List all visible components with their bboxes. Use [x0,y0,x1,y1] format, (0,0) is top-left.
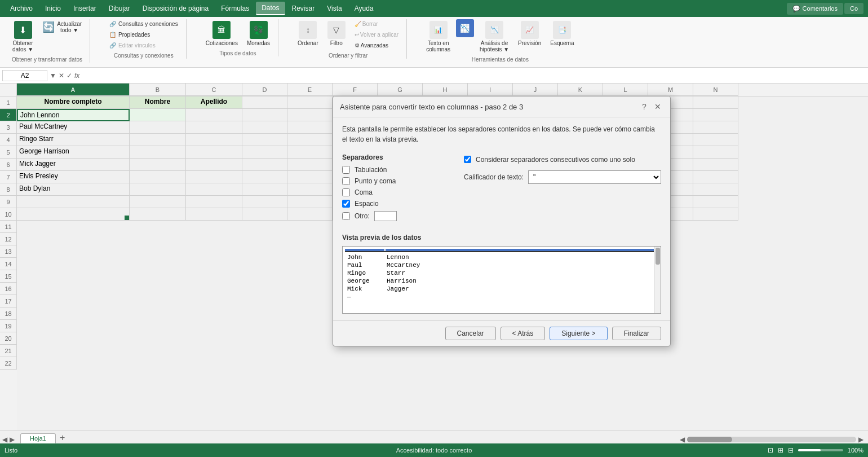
cell-n4[interactable] [693,134,738,146]
ribbon-btn-avanzadas[interactable]: ⚙Avanzadas [351,41,402,50]
row-header-20[interactable]: 20 [0,332,17,345]
menu-revisar[interactable]: Revisar [286,2,321,15]
view-layout-btn[interactable]: ⊞ [778,446,783,454]
row-header-17[interactable]: 17 [0,295,17,307]
checkbox-tabulacion[interactable] [342,166,350,174]
cell-d1[interactable] [242,96,287,109]
cell-n1[interactable] [693,96,738,109]
row-header-18[interactable]: 18 [0,307,17,320]
comments-btn[interactable]: 💬Comentarios [787,3,843,15]
checkbox-coma[interactable] [342,188,350,196]
cell-b6[interactable] [130,159,186,171]
ribbon-btn-monedas[interactable]: 💱 Monedas [243,19,273,48]
row-header-13[interactable]: 13 [0,245,17,258]
col-header-h[interactable]: H [423,84,468,96]
cell-a10[interactable] [17,208,130,221]
col-header-c[interactable]: C [186,84,242,96]
cell-n9[interactable] [693,196,738,208]
col-header-l[interactable]: L [603,84,648,96]
col-header-f[interactable]: F [333,84,378,96]
cell-b3[interactable] [130,121,186,134]
checkbox-espacio[interactable] [342,200,350,208]
scroll-right-btn[interactable]: ▶ [10,436,15,443]
scroll-right-horizontal[interactable]: ▶ [858,436,863,443]
checkbox-consecutive[interactable] [464,156,471,163]
menu-ayuda[interactable]: Ayuda [349,2,379,15]
finish-button[interactable]: Finalizar [612,327,661,340]
back-button[interactable]: < Atrás [501,327,546,340]
cell-d2[interactable] [242,109,287,121]
cell-b5[interactable] [130,146,186,159]
cell-n5[interactable] [693,146,738,159]
row-header-22[interactable]: 22 [0,357,17,370]
co-btn[interactable]: Co [844,3,863,14]
cell-c9[interactable] [186,196,242,208]
ribbon-btn-filtro[interactable]: ▽ Filtro [324,19,349,48]
zoom-slider[interactable] [798,449,843,451]
next-button[interactable]: Siguiente > [550,327,607,340]
cell-n6[interactable] [693,159,738,171]
cell-ref-input[interactable]: A2 [2,70,47,81]
col-header-a[interactable]: A [17,84,130,96]
cell-d10[interactable] [242,208,287,221]
menu-datos[interactable]: Datos [256,2,285,15]
cell-e6[interactable] [287,159,333,171]
row-header-9[interactable]: 9 [0,196,17,208]
cell-n3[interactable] [693,121,738,134]
cell-c7[interactable] [186,171,242,183]
cell-a3[interactable]: Paul McCartney [17,121,130,134]
col-header-d[interactable]: D [242,84,287,96]
row-header-5[interactable]: 5 [0,146,17,159]
ribbon-btn-esquema[interactable]: 📑 Esquema [547,19,577,48]
row-header-6[interactable]: 6 [0,159,17,171]
cell-e5[interactable] [287,146,333,159]
cell-n8[interactable] [693,183,738,196]
col-header-m[interactable]: M [648,84,693,96]
ribbon-btn-propiedades[interactable]: 📋Propiedades [106,30,153,39]
scroll-left-btn[interactable]: ◀ [2,436,7,443]
cell-a8[interactable]: Bob Dylan [17,183,130,196]
col-header-i[interactable]: I [468,84,513,96]
fx-icon[interactable]: fx [74,72,79,80]
sheet-tab-hoja1[interactable]: Hoja1 [20,433,56,443]
cell-c10[interactable] [186,208,242,221]
ribbon-btn-ordenar[interactable]: ↕ Ordenar [294,19,322,48]
checkbox-puntocoma[interactable] [342,177,350,185]
cell-d7[interactable] [242,171,287,183]
cell-c4[interactable] [186,134,242,146]
cell-b2[interactable] [130,109,186,121]
cell-a5[interactable]: George Harrison [17,146,130,159]
menu-disposicion[interactable]: Disposición de página [137,2,214,15]
cell-e3[interactable] [287,121,333,134]
cell-e9[interactable] [287,196,333,208]
cancel-button[interactable]: Cancelar [445,327,496,340]
col-header-n[interactable]: N [693,84,738,96]
cell-e1[interactable] [287,96,333,109]
row-header-14[interactable]: 14 [0,258,17,270]
cell-e2[interactable] [287,109,333,121]
ribbon-btn-actualizar[interactable]: 🔄 Actualizartodo ▼ [39,19,85,35]
cell-d6[interactable] [242,159,287,171]
cell-e7[interactable] [287,171,333,183]
row-header-11[interactable]: 11 [0,221,17,233]
dialog-close-btn[interactable]: ✕ [652,101,663,112]
cell-a9[interactable] [17,196,130,208]
ribbon-btn-borrar[interactable]: 🧹Borrar [351,19,402,29]
cell-d9[interactable] [242,196,287,208]
cell-b4[interactable] [130,134,186,146]
cell-c2[interactable] [186,109,242,121]
menu-archivo[interactable]: Archivo [5,2,38,15]
cell-e8[interactable] [287,183,333,196]
cell-b10[interactable] [130,208,186,221]
col-header-j[interactable]: J [513,84,558,96]
preview-box[interactable]: John Lennon Paul McCartney Ringo Starr G… [342,246,661,314]
menu-formulas[interactable]: Fórmulas [215,2,255,15]
row-header-7[interactable]: 7 [0,171,17,183]
scroll-left-horizontal[interactable]: ◀ [680,436,685,443]
row-header-1[interactable]: 1 [0,96,17,109]
ribbon-btn-prevision[interactable]: 📈 Previsión [515,19,544,48]
cell-a2[interactable]: John Lennon [17,109,130,121]
cell-n2[interactable] [693,109,738,121]
otro-input[interactable] [374,211,397,221]
col-header-b[interactable]: B [130,84,186,96]
